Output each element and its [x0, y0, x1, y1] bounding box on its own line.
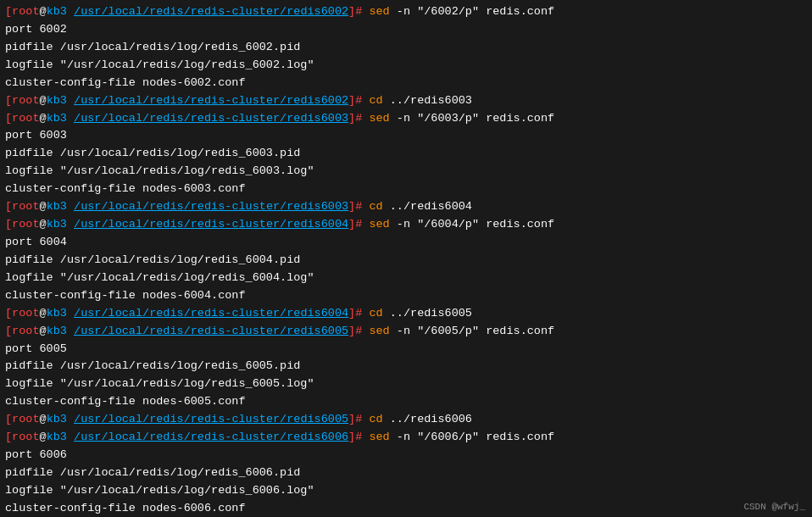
cmd-keyword: sed — [369, 323, 389, 341]
prompt-user: root — [12, 3, 39, 21]
cmd-keyword: sed — [369, 3, 389, 21]
terminal-line: pidfile /usr/local/redis/log/redis_6004.… — [5, 252, 807, 270]
cmd-rest: ../redis6003 — [383, 92, 472, 110]
prompt-space — [67, 92, 74, 110]
prompt-at: @ — [40, 411, 47, 429]
terminal-line: [root@kb3 /usr/local/redis/redis-cluster… — [5, 110, 807, 128]
prompt-open-bracket: [ — [5, 3, 12, 21]
output-text: cluster-config-file nodes-6006.conf — [5, 500, 246, 517]
output-text: cluster-config-file nodes-6005.conf — [5, 393, 246, 411]
cmd-rest: -n "/6005/p" redis.conf — [390, 323, 554, 341]
prompt-space — [67, 429, 74, 447]
terminal-line: [root@kb3 /usr/local/redis/redis-cluster… — [5, 3, 807, 21]
terminal-line: logfile "/usr/local/redis/log/redis_6006… — [5, 482, 807, 500]
cmd-keyword: cd — [369, 198, 382, 216]
prompt-open-bracket: [ — [5, 429, 12, 447]
output-text: pidfile /usr/local/redis/log/redis_6005.… — [5, 358, 300, 375]
prompt-user: root — [12, 305, 39, 323]
terminal-line: port 6005 — [5, 341, 807, 359]
terminal[interactable]: [root@kb3 /usr/local/redis/redis-cluster… — [0, 0, 812, 517]
cmd-rest: -n "/6004/p" redis.conf — [390, 216, 554, 234]
output-text: cluster-config-file nodes-6002.conf — [5, 75, 246, 92]
output-text: port 6002 — [5, 21, 67, 39]
cmd-keyword: sed — [369, 216, 389, 234]
terminal-line: pidfile /usr/local/redis/log/redis_6006.… — [5, 464, 807, 482]
cmd-keyword: cd — [369, 305, 382, 323]
prompt-path: /usr/local/redis/redis-cluster/redis6005 — [74, 411, 348, 429]
prompt-space — [67, 110, 74, 128]
prompt-at: @ — [40, 323, 47, 341]
prompt-user: root — [12, 216, 39, 234]
cmd-keyword: cd — [369, 411, 382, 429]
prompt-user: root — [12, 92, 39, 110]
prompt-hash: # — [355, 411, 369, 429]
output-text: logfile "/usr/local/redis/log/redis_6003… — [5, 163, 314, 181]
prompt-close-bracket: ] — [348, 323, 355, 341]
prompt-open-bracket: [ — [5, 411, 12, 429]
prompt-host: kb3 — [47, 411, 67, 429]
cmd-keyword: sed — [369, 429, 389, 447]
prompt-open-bracket: [ — [5, 92, 12, 110]
prompt-path: /usr/local/redis/redis-cluster/redis6002 — [74, 3, 348, 21]
terminal-line: [root@kb3 /usr/local/redis/redis-cluster… — [5, 92, 807, 110]
terminal-line: pidfile /usr/local/redis/log/redis_6005.… — [5, 358, 807, 375]
prompt-at: @ — [40, 429, 47, 447]
output-text: cluster-config-file nodes-6004.conf — [5, 287, 246, 305]
terminal-line: cluster-config-file nodes-6003.conf — [5, 181, 807, 198]
terminal-line: [root@kb3 /usr/local/redis/redis-cluster… — [5, 198, 807, 216]
prompt-at: @ — [40, 110, 47, 128]
cmd-rest: ../redis6005 — [383, 305, 472, 323]
terminal-line: port 6004 — [5, 234, 807, 252]
prompt-open-bracket: [ — [5, 216, 12, 234]
prompt-space — [67, 216, 74, 234]
terminal-line: pidfile /usr/local/redis/log/redis_6003.… — [5, 145, 807, 163]
prompt-close-bracket: ] — [348, 92, 355, 110]
prompt-close-bracket: ] — [348, 110, 355, 128]
prompt-hash: # — [355, 216, 369, 234]
output-text: logfile "/usr/local/redis/log/redis_6002… — [5, 57, 314, 75]
prompt-open-bracket: [ — [5, 305, 12, 323]
prompt-hash: # — [355, 92, 369, 110]
prompt-close-bracket: ] — [348, 305, 355, 323]
cmd-rest: ../redis6004 — [383, 198, 472, 216]
prompt-path: /usr/local/redis/redis-cluster/redis6004 — [74, 216, 348, 234]
prompt-host: kb3 — [47, 3, 67, 21]
output-text: port 6005 — [5, 341, 67, 359]
prompt-path: /usr/local/redis/redis-cluster/redis6002 — [74, 92, 348, 110]
terminal-line: cluster-config-file nodes-6005.conf — [5, 393, 807, 411]
output-text: logfile "/usr/local/redis/log/redis_6004… — [5, 270, 314, 287]
prompt-path: /usr/local/redis/redis-cluster/redis6006 — [74, 429, 348, 447]
terminal-line: cluster-config-file nodes-6002.conf — [5, 75, 807, 92]
output-text: port 6003 — [5, 127, 67, 145]
prompt-space — [67, 411, 74, 429]
cmd-keyword: sed — [369, 110, 389, 128]
terminal-line: port 6002 — [5, 21, 807, 39]
prompt-host: kb3 — [47, 323, 67, 341]
output-text: pidfile /usr/local/redis/log/redis_6003.… — [5, 145, 300, 163]
prompt-close-bracket: ] — [348, 411, 355, 429]
prompt-hash: # — [355, 198, 369, 216]
terminal-line: pidfile /usr/local/redis/log/redis_6002.… — [5, 39, 807, 57]
output-text: pidfile /usr/local/redis/log/redis_6004.… — [5, 252, 300, 270]
prompt-space — [67, 305, 74, 323]
terminal-line: logfile "/usr/local/redis/log/redis_6003… — [5, 163, 807, 181]
prompt-open-bracket: [ — [5, 198, 12, 216]
prompt-hash: # — [355, 323, 369, 341]
prompt-at: @ — [40, 198, 47, 216]
cmd-keyword: cd — [369, 92, 382, 110]
terminal-line: logfile "/usr/local/redis/log/redis_6002… — [5, 57, 807, 75]
watermark: CSDN @wfwj_ — [743, 500, 805, 514]
cmd-rest: -n "/6006/p" redis.conf — [390, 429, 554, 447]
prompt-user: root — [12, 198, 39, 216]
output-text: port 6006 — [5, 447, 67, 464]
terminal-line: port 6003 — [5, 127, 807, 145]
prompt-path: /usr/local/redis/redis-cluster/redis6005 — [74, 323, 348, 341]
terminal-line: [root@kb3 /usr/local/redis/redis-cluster… — [5, 429, 807, 447]
prompt-close-bracket: ] — [348, 429, 355, 447]
prompt-hash: # — [355, 110, 369, 128]
prompt-open-bracket: [ — [5, 110, 12, 128]
prompt-path: /usr/local/redis/redis-cluster/redis6003 — [74, 110, 348, 128]
prompt-space — [67, 323, 74, 341]
output-text: cluster-config-file nodes-6003.conf — [5, 181, 246, 198]
terminal-line: logfile "/usr/local/redis/log/redis_6004… — [5, 270, 807, 287]
